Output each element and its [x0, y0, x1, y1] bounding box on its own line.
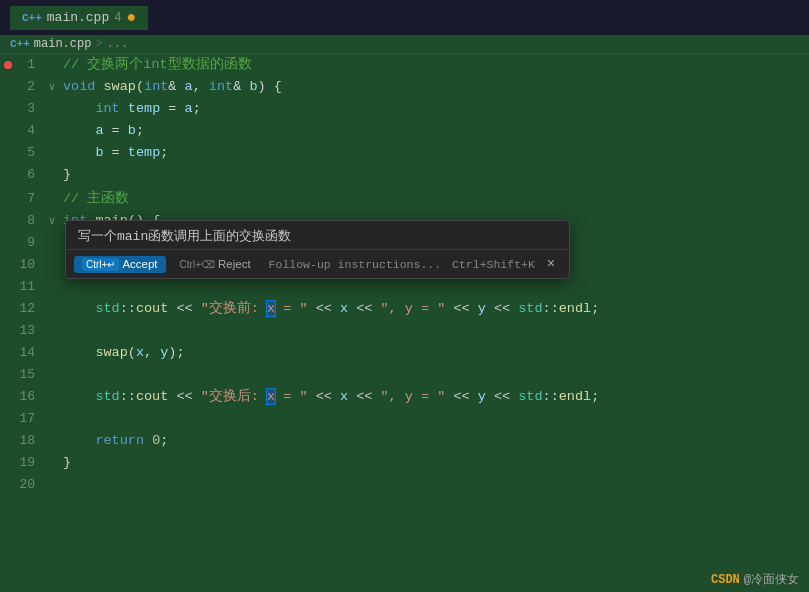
line-code-20: [59, 474, 809, 496]
code-line-3: 3 int temp = a;: [0, 98, 809, 120]
copilot-actions: Ctrl+↵ Accept Ctrl+⌫ Reject Follow-up in…: [66, 250, 569, 278]
code-line-17: 17: [0, 408, 809, 430]
accept-label: Accept: [122, 258, 157, 270]
line-code-1: // 交换两个int型数据的函数: [59, 54, 809, 76]
fold-chevron-8[interactable]: ∨: [45, 210, 59, 232]
line-number-18: 18: [0, 430, 45, 452]
line-number-15: 15: [0, 364, 45, 386]
copilot-popup: 写一个main函数调用上面的交换函数 Ctrl+↵ Accept Ctrl+⌫ …: [65, 220, 570, 279]
line-code-18: return 0;: [59, 430, 809, 452]
tab-filename: main.cpp: [47, 10, 109, 25]
line-code-5: b = temp;: [59, 142, 809, 164]
breadcrumb-filename: main.cpp: [34, 37, 92, 51]
reject-label: Reject: [218, 258, 251, 270]
code-line-14: 14 swap(x, y);: [0, 342, 809, 364]
code-line-1: 1 // 交换两个int型数据的函数: [0, 54, 809, 76]
followup-instructions: Follow-up instructions... Ctrl+Shift+K: [265, 258, 535, 271]
code-line-4: 4 a = b;: [0, 120, 809, 142]
line-number-5: 5: [0, 142, 45, 164]
unsaved-dot: ●: [126, 10, 136, 26]
line-number-6: 6: [0, 164, 45, 186]
copilot-close-button[interactable]: ×: [541, 254, 561, 274]
user-label: @冷面侠女: [744, 571, 799, 588]
line-code-19: }: [59, 452, 809, 474]
line-number-9: 9: [0, 232, 45, 254]
code-line-16: 16 std::cout << "交换后: x = " << x << ", y…: [0, 386, 809, 408]
code-line-11: 11: [0, 276, 809, 298]
line-number-17: 17: [0, 408, 45, 430]
line-number-19: 19: [0, 452, 45, 474]
breadcrumb: C++ main.cpp > ...: [0, 35, 809, 54]
title-bar: C++ main.cpp 4 ●: [0, 0, 809, 35]
code-line-20: 20: [0, 474, 809, 496]
breadcrumb-file: C++: [10, 38, 30, 50]
line-code-4: a = b;: [59, 120, 809, 142]
line-code-7: // 主函数: [59, 188, 809, 210]
line-code-15: [59, 364, 809, 386]
line-code-2: void swap(int& a, int& b) {: [59, 76, 809, 98]
line-number-14: 14: [0, 342, 45, 364]
line-number-13: 13: [0, 320, 45, 342]
code-line-13: 13: [0, 320, 809, 342]
accept-shortcut: Ctrl+↵: [82, 258, 119, 271]
line-number-11: 11: [0, 276, 45, 298]
line-number-16: 16: [0, 386, 45, 408]
code-line-12: 12 std::cout << "交换前: x = " << x << ", y…: [0, 298, 809, 320]
code-line-19: 19 }: [0, 452, 809, 474]
editor: 1 // 交换两个int型数据的函数 2 ∨ void swap(int& a,…: [0, 54, 809, 496]
line-number-3: 3: [0, 98, 45, 120]
line-number-12: 12: [0, 298, 45, 320]
copilot-suggestion: 写一个main函数调用上面的交换函数: [66, 221, 569, 250]
line-code-11: [59, 276, 809, 298]
cpp-icon: C++: [22, 12, 42, 24]
line-code-13: [59, 320, 809, 342]
line-number-2: 2: [0, 76, 45, 98]
brand-label: CSDN: [711, 573, 740, 587]
code-line-18: 18 return 0;: [0, 430, 809, 452]
code-line-6: 6 }: [0, 164, 809, 186]
code-line-15: 15: [0, 364, 809, 386]
line-code-12: std::cout << "交换前: x = " << x << ", y = …: [59, 298, 809, 320]
bottom-bar: CSDN @冷面侠女: [701, 567, 809, 592]
line-code-17: [59, 408, 809, 430]
line-number-4: 4: [0, 120, 45, 142]
reject-shortcut: Ctrl+⌫: [180, 259, 215, 270]
breakpoint-dot[interactable]: [4, 61, 12, 69]
file-tab[interactable]: C++ main.cpp 4 ●: [10, 6, 148, 30]
tab-number: 4: [114, 11, 121, 25]
line-code-6: }: [59, 164, 809, 186]
line-code-14: swap(x, y);: [59, 342, 809, 364]
reject-button[interactable]: Ctrl+⌫ Reject: [172, 256, 259, 272]
fold-chevron-2[interactable]: ∨: [45, 76, 59, 98]
code-line-5: 5 b = temp;: [0, 142, 809, 164]
line-number-8: 8: [0, 210, 45, 232]
line-code-3: int temp = a;: [59, 98, 809, 120]
breadcrumb-context: ...: [107, 37, 129, 51]
accept-button[interactable]: Ctrl+↵ Accept: [74, 256, 166, 273]
line-number-10: 10: [0, 254, 45, 276]
code-line-7: 7 // 主函数: [0, 188, 809, 210]
line-number-1: 1: [0, 54, 45, 76]
line-number-20: 20: [0, 474, 45, 496]
line-number-7: 7: [0, 188, 45, 210]
code-line-2: 2 ∨ void swap(int& a, int& b) {: [0, 76, 809, 98]
breadcrumb-sep: >: [95, 37, 102, 51]
line-code-16: std::cout << "交换后: x = " << x << ", y = …: [59, 386, 809, 408]
